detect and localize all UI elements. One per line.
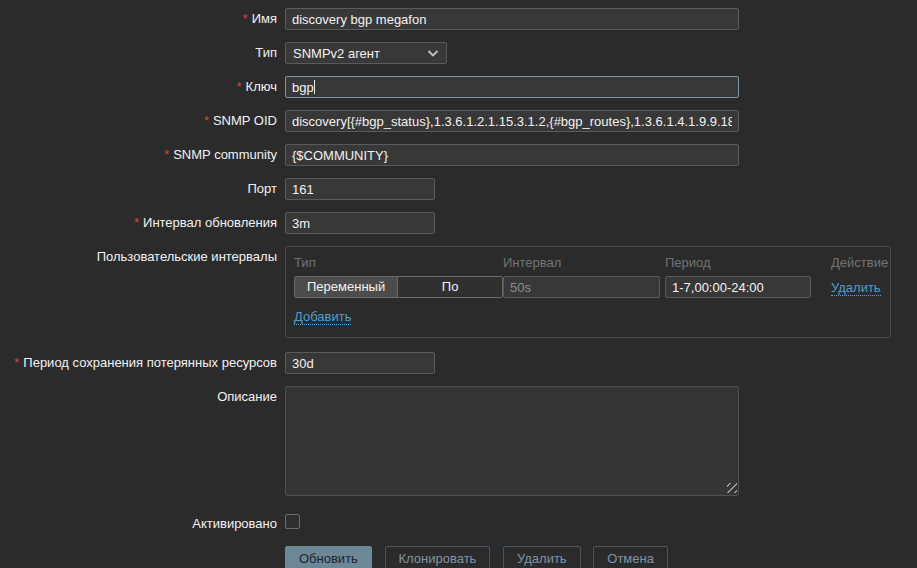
port-input[interactable] (285, 178, 435, 200)
required-asterisk: * (164, 147, 169, 162)
required-asterisk: * (14, 355, 19, 370)
resize-handle[interactable] (727, 483, 737, 493)
update-button[interactable]: Обновить (285, 546, 372, 568)
enabled-checkbox[interactable] (285, 514, 300, 529)
required-asterisk: * (243, 11, 248, 26)
remove-interval-link[interactable]: Удалить (831, 280, 881, 296)
required-asterisk: * (237, 79, 242, 94)
lost-resources-label: *Период сохранения потерянных ресурсов (0, 352, 285, 370)
update-interval-label: *Интервал обновления (0, 212, 285, 230)
custom-intervals-panel: Тип Интервал Период Действие Переменный … (285, 246, 891, 338)
custom-intervals-header: Тип Интервал Период Действие (294, 255, 886, 270)
header-action: Действие (831, 255, 888, 270)
row-update-interval: *Интервал обновления (0, 212, 917, 234)
custom-interval-row: Переменный По расписанию Удалить (294, 276, 886, 298)
name-label: *Имя (0, 8, 285, 26)
custom-intervals-label: Пользовательские интервалы (0, 246, 285, 264)
row-actions: Обновить Клонировать Удалить Отмена (0, 546, 917, 568)
header-interval: Интервал (503, 255, 665, 270)
description-label: Описание (0, 386, 285, 404)
chevron-down-icon (427, 50, 439, 57)
description-textarea[interactable] (285, 386, 739, 496)
lost-resources-input[interactable] (285, 352, 435, 374)
text-caret (314, 80, 315, 94)
key-input[interactable] (285, 76, 739, 98)
interval-type-scheduling-button[interactable]: По расписанию (397, 277, 502, 297)
row-description: Описание (0, 386, 917, 499)
row-snmp-oid: *SNMP OID (0, 110, 917, 132)
row-custom-intervals: Пользовательские интервалы Тип Интервал … (0, 246, 917, 338)
header-type: Тип (294, 255, 503, 270)
add-interval-link[interactable]: Добавить (294, 309, 351, 325)
interval-input[interactable] (503, 276, 660, 298)
row-port: Порт (0, 178, 917, 200)
update-interval-input[interactable] (285, 212, 435, 234)
period-input[interactable] (665, 276, 811, 298)
row-type: Тип SNMPv2 агент (0, 42, 917, 64)
required-asterisk: * (134, 215, 139, 230)
row-enabled: Активировано (0, 513, 917, 532)
row-name: *Имя (0, 8, 917, 30)
enabled-label: Активировано (0, 513, 285, 531)
snmp-oid-input[interactable] (285, 110, 739, 132)
type-label: Тип (0, 42, 285, 60)
interval-type-flexible-button[interactable]: Переменный (295, 277, 397, 297)
name-input[interactable] (285, 8, 739, 30)
port-label: Порт (0, 178, 285, 196)
snmp-community-label: *SNMP community (0, 144, 285, 162)
type-select-value: SNMPv2 агент (293, 46, 380, 61)
actions-spacer (0, 546, 285, 549)
interval-type-toggle: Переменный По расписанию (294, 276, 503, 298)
item-edit-form: *Имя Тип SNMPv2 агент *Ключ *SNMP OID (0, 0, 917, 568)
delete-button[interactable]: Удалить (503, 546, 581, 568)
snmp-community-input[interactable] (285, 144, 739, 166)
clone-button[interactable]: Клонировать (385, 546, 491, 568)
row-snmp-community: *SNMP community (0, 144, 917, 166)
required-asterisk: * (204, 113, 209, 128)
snmp-oid-label: *SNMP OID (0, 110, 285, 128)
row-key: *Ключ (0, 76, 917, 98)
row-lost-resources: *Период сохранения потерянных ресурсов (0, 352, 917, 374)
header-period: Период (665, 255, 831, 270)
key-label: *Ключ (0, 76, 285, 94)
cancel-button[interactable]: Отмена (593, 546, 668, 568)
type-select[interactable]: SNMPv2 агент (285, 42, 447, 64)
